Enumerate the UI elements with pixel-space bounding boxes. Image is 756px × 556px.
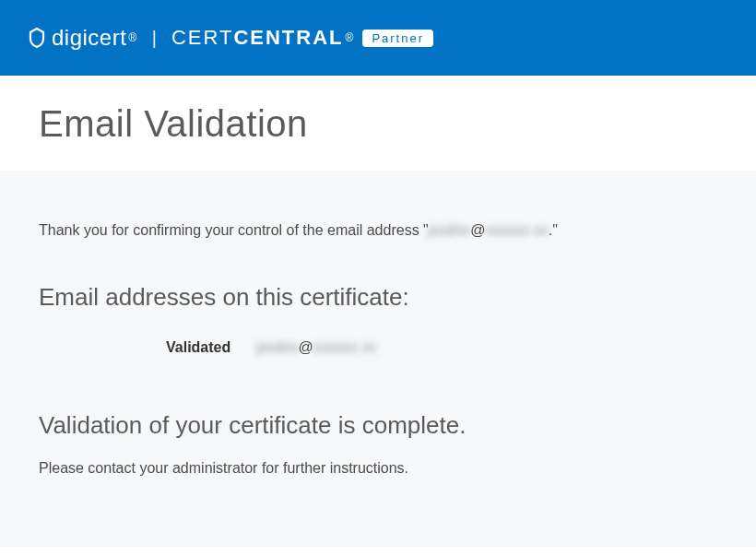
completion-heading: Validation of your certificate is comple… (39, 411, 717, 440)
validated-email-at: @ (299, 339, 313, 355)
title-section: Email Validation (0, 76, 756, 171)
validated-email-user: jxxdnx (256, 339, 298, 355)
page-title: Email Validation (39, 103, 717, 145)
digicert-logo: digicert® (26, 25, 137, 51)
digicert-shield-icon (26, 27, 48, 49)
confirmation-prefix: Thank you for confirming your control of… (39, 222, 429, 238)
certcentral-suffix: CENTRAL (233, 26, 343, 50)
emails-heading: Email addresses on this certificate: (39, 283, 717, 312)
validated-label: Validated (166, 339, 230, 356)
confirmation-text: Thank you for confirming your control of… (39, 222, 717, 239)
digicert-brand-text: digicert (52, 25, 126, 51)
confirmed-email-user: jxxdnx (429, 222, 470, 238)
registered-mark-2: ® (346, 31, 356, 44)
validated-email-value: jxxdnx@xxxxxx xx (256, 339, 376, 356)
partner-badge: Partner (362, 30, 433, 47)
brand-divider: | (152, 28, 157, 49)
header-bar: digicert® | CERTCENTRAL® Partner (0, 0, 756, 76)
certcentral-prefix: CERT (171, 26, 234, 50)
confirmed-email-at: @ (470, 222, 485, 238)
instruction-text: Please contact your administrator for fu… (39, 460, 717, 477)
confirmation-suffix: ." (549, 222, 558, 238)
content-section: Thank you for confirming your control of… (0, 171, 756, 547)
validated-email-row: Validated jxxdnx@xxxxxx xx (39, 339, 717, 356)
registered-mark: ® (128, 31, 136, 44)
certcentral-logo: CERTCENTRAL® Partner (171, 26, 433, 50)
validated-email-domain: xxxxxx xx (313, 339, 376, 355)
confirmed-email-domain: xxxxxx xx (485, 222, 548, 238)
